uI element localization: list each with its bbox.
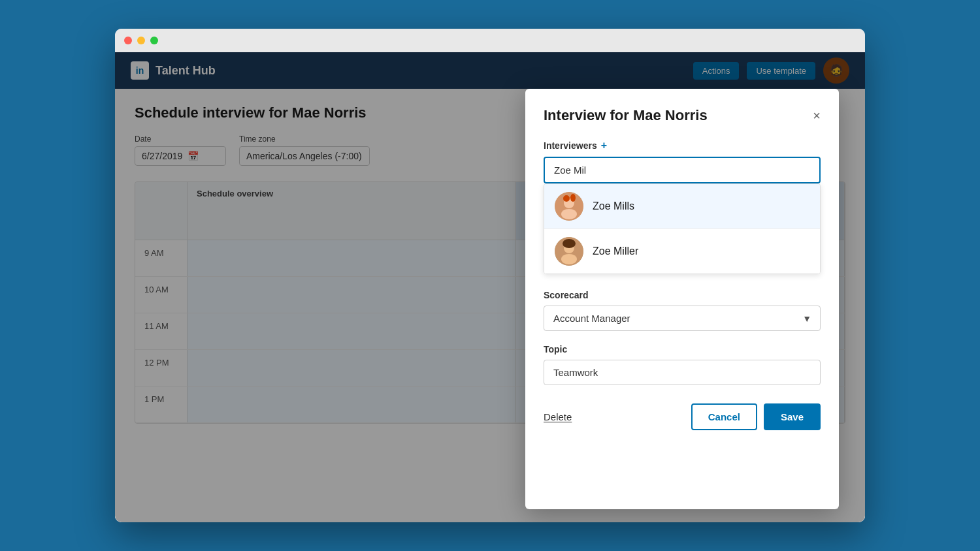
app-content: in Talent Hub Actions Use template 🧔 Sch… [115, 52, 865, 522]
scorecard-label: Scorecard [544, 290, 821, 300]
interviewers-search-input[interactable] [544, 157, 821, 183]
save-button[interactable]: Save [764, 403, 821, 430]
svg-point-7 [561, 254, 577, 264]
modal-title: Interview for Mae Norris [544, 107, 708, 124]
interview-modal: Interview for Mae Norris × Interviewers … [525, 89, 839, 509]
add-interviewer-icon[interactable]: + [601, 140, 607, 151]
result-name-zoe-miller: Zoe Miller [593, 245, 638, 257]
topic-input[interactable] [544, 360, 821, 385]
result-item-zoe-miller[interactable]: Zoe Miller [544, 229, 820, 274]
svg-point-3 [563, 195, 570, 202]
svg-point-9 [563, 242, 567, 246]
scorecard-select[interactable]: Account Manager Software Engineer Sales … [544, 306, 821, 331]
topic-label: Topic [544, 344, 821, 354]
svg-point-2 [561, 209, 577, 219]
modal-footer: Delete Cancel Save [544, 403, 821, 430]
browser-window: in Talent Hub Actions Use template 🧔 Sch… [115, 29, 865, 522]
result-name-zoe-mills: Zoe Mills [593, 200, 634, 212]
cancel-button[interactable]: Cancel [691, 403, 757, 430]
modal-header: Interview for Mae Norris × [544, 107, 821, 124]
search-results-dropdown: Zoe Mills Zoe Miller [544, 183, 821, 274]
interviewers-section-label: Interviewers + [544, 140, 821, 151]
delete-button[interactable]: Delete [544, 411, 572, 422]
browser-titlebar [115, 29, 865, 52]
modal-overlay: Interview for Mae Norris × Interviewers … [115, 52, 865, 522]
interviewers-label-text: Interviewers [544, 140, 597, 151]
result-item-zoe-mills[interactable]: Zoe Mills [544, 184, 820, 229]
minimize-traffic-light[interactable] [137, 37, 145, 44]
avatar-zoe-mills [555, 192, 583, 221]
avatar-zoe-miller [555, 237, 583, 266]
scorecard-select-wrapper: Account Manager Software Engineer Sales … [544, 306, 821, 331]
close-traffic-light[interactable] [124, 37, 132, 44]
svg-point-4 [570, 194, 576, 202]
close-modal-button[interactable]: × [813, 109, 821, 122]
footer-actions: Cancel Save [691, 403, 821, 430]
maximize-traffic-light[interactable] [150, 37, 158, 44]
